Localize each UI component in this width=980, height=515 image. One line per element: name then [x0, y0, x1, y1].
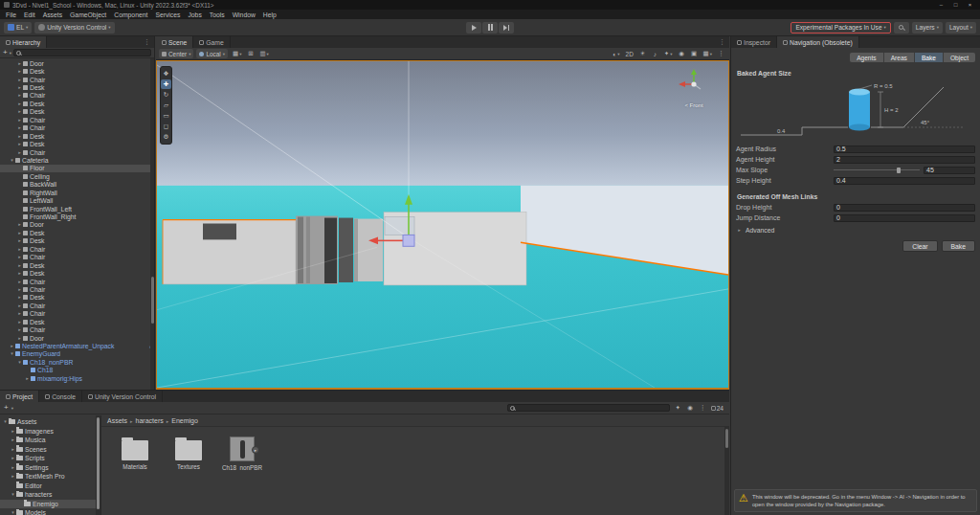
minimize-button[interactable]: – — [935, 1, 947, 10]
grid-visibility-button[interactable]: ▦▾ — [231, 49, 243, 58]
field-value[interactable]: 45 — [924, 167, 975, 174]
menu-assets[interactable]: Assets — [39, 11, 66, 18]
menu-gameobject[interactable]: GameObject — [66, 11, 110, 18]
pause-button[interactable] — [482, 22, 498, 34]
account-dropdown[interactable]: EL ▾ — [4, 22, 32, 34]
project-tree-textmesh-pro[interactable]: ▸TextMesh Pro — [0, 472, 96, 481]
hierarchy-item-chair[interactable]: ▸Chair — [0, 254, 154, 261]
hierarchy-item-enemyguard[interactable]: ▾EnemyGuard — [0, 350, 154, 358]
project-tree-models[interactable]: ▾Models — [0, 508, 96, 515]
tool-handle-position-dropdown[interactable]: Center ▾ — [159, 49, 193, 58]
foldout-icon[interactable]: ▸ — [10, 437, 16, 442]
foldout-icon[interactable]: ▸ — [9, 344, 15, 348]
menu-jobs[interactable]: Jobs — [184, 11, 205, 18]
project-tree-musica[interactable]: ▸Musica — [0, 436, 96, 445]
foldout-icon[interactable]: ▸ — [16, 125, 23, 130]
project-tree-haracters[interactable]: ▾haracters — [0, 490, 96, 500]
play-button[interactable] — [466, 22, 481, 34]
hierarchy-item-mixamorig-hips[interactable]: ▸mixamorig:Hips — [0, 374, 154, 382]
foldout-icon[interactable]: ▸ — [16, 150, 23, 155]
foldout-icon[interactable]: ▸ — [10, 465, 16, 470]
hidden-count-badge[interactable]: 24 — [711, 405, 725, 412]
foldout-icon[interactable]: ▸ — [10, 456, 16, 460]
field-value[interactable]: 0.5 — [834, 146, 975, 153]
hierarchy-item-chair[interactable]: ▸Chair — [0, 124, 154, 132]
nav-tab-agents[interactable]: Agents — [850, 53, 884, 62]
tab-unity-version-control[interactable]: Unity Version Control — [82, 391, 163, 402]
camera-settings-button[interactable]: ▣ — [689, 49, 700, 58]
foldout-icon[interactable]: ▸ — [16, 222, 23, 227]
hierarchy-item-desk[interactable]: ▸Desk — [0, 108, 154, 116]
foldout-icon[interactable]: ▸ — [16, 303, 23, 308]
favorites-button[interactable]: ✦ — [673, 403, 683, 413]
foldout-icon[interactable]: ▸ — [16, 271, 23, 276]
nav-tab-bake[interactable]: Bake — [915, 53, 944, 62]
scrollbar-thumb[interactable] — [97, 417, 100, 509]
tool-handle-rotation-dropdown[interactable]: Local ▾ — [196, 49, 228, 58]
hierarchy-item-ch18-nonpbr[interactable]: ▾Ch18_nonPBR — [0, 358, 154, 366]
tab-game[interactable]: Game — [193, 36, 231, 48]
foldout-icon[interactable]: ▸ — [16, 263, 23, 268]
field-value[interactable]: 0 — [834, 214, 975, 222]
advanced-foldout[interactable]: ▸ Advanced — [731, 223, 980, 235]
hierarchy-item-ceiling[interactable]: Ceiling — [0, 172, 154, 180]
menu-services[interactable]: Services — [151, 11, 184, 18]
hierarchy-item-chair[interactable]: ▸Chair — [0, 310, 154, 318]
foldout-icon[interactable]: ▸ — [16, 61, 23, 66]
nav-tab-object[interactable]: Object — [944, 53, 975, 62]
tab-scene[interactable]: Scene — [156, 36, 193, 48]
hierarchy-item-chair[interactable]: ▸Chair — [0, 116, 154, 123]
foldout-icon[interactable]: ▸ — [16, 287, 23, 292]
foldout-icon[interactable]: ▸ — [16, 280, 23, 284]
hierarchy-item-chair[interactable]: ▸Chair — [0, 325, 154, 333]
foldout-icon[interactable]: ▸ — [16, 85, 23, 90]
panel-menu-icon[interactable]: ⋮ — [140, 36, 154, 48]
foldout-icon[interactable]: ▸ — [16, 101, 23, 106]
foldout-icon[interactable]: ▸ — [16, 93, 23, 98]
hierarchy-item-leftwall[interactable]: LeftWall — [0, 196, 154, 204]
foldout-icon[interactable]: ▾ — [16, 360, 23, 365]
foldout-icon[interactable]: ▸ — [16, 118, 23, 123]
layers-dropdown[interactable]: Layers ▾ — [912, 22, 943, 34]
foldout-icon[interactable]: ▸ — [16, 142, 23, 146]
rotate-tool[interactable]: ↻ — [161, 90, 171, 100]
foldout-icon[interactable]: ▸ — [10, 429, 16, 434]
foldout-icon[interactable]: ▸ — [16, 295, 23, 300]
tab-hierarchy[interactable]: Hierarchy — [0, 36, 47, 48]
bake-button[interactable]: Bake — [942, 240, 976, 252]
view-tool[interactable]: ❖ — [161, 69, 171, 78]
foldout-icon[interactable]: ▾ — [9, 158, 15, 163]
2d-mode-button[interactable]: 2D — [624, 49, 635, 58]
hierarchy-item-chair[interactable]: ▸Chair — [0, 302, 154, 309]
expand-asset-icon[interactable]: ▸ — [252, 446, 259, 454]
foldout-icon[interactable]: ▸ — [16, 311, 23, 316]
hierarchy-item-desk[interactable]: ▸Desk — [0, 261, 154, 269]
project-search-input[interactable] — [507, 404, 670, 412]
move-tool[interactable]: ✚ — [161, 79, 171, 89]
menu-window[interactable]: Window — [229, 11, 259, 18]
hierarchy-item-chair[interactable]: ▸Chair — [0, 285, 154, 293]
hierarchy-item-desk[interactable]: ▸Desk — [0, 318, 154, 325]
more-options-button[interactable]: ⋮ — [698, 403, 708, 413]
foldout-icon[interactable]: ▸ — [16, 134, 23, 139]
hierarchy-item-desk[interactable]: ▸Desk — [0, 229, 154, 236]
scene-audio-button[interactable]: ♪ — [650, 49, 660, 58]
nav-tab-areas[interactable]: Areas — [884, 53, 915, 62]
hierarchy-item-rightwall[interactable]: RightWall — [0, 189, 154, 196]
foldout-icon[interactable]: ▸ — [16, 109, 23, 114]
close-button[interactable]: × — [964, 1, 976, 10]
hierarchy-item-chair[interactable]: ▸Chair — [0, 92, 154, 100]
foldout-icon[interactable]: ▾ — [10, 510, 16, 515]
foldout-icon[interactable]: ▸ — [16, 78, 23, 82]
menu-file[interactable]: File — [2, 11, 20, 18]
hierarchy-item-desk[interactable]: ▸Desk — [0, 67, 154, 75]
clear-button[interactable]: Clear — [902, 240, 937, 252]
overlay-menu-button[interactable]: ⋮ — [716, 49, 726, 58]
gizmos-button[interactable]: ▦▾ — [702, 49, 714, 58]
project-tree-scenes[interactable]: ▸Scenes — [0, 445, 96, 455]
menu-component[interactable]: Component — [110, 11, 151, 18]
hierarchy-item-chair[interactable]: ▸Chair — [0, 245, 154, 253]
scene-visibility-button[interactable]: ◉ — [677, 49, 687, 58]
menu-tools[interactable]: Tools — [206, 11, 229, 18]
menu-help[interactable]: Help — [259, 11, 280, 18]
